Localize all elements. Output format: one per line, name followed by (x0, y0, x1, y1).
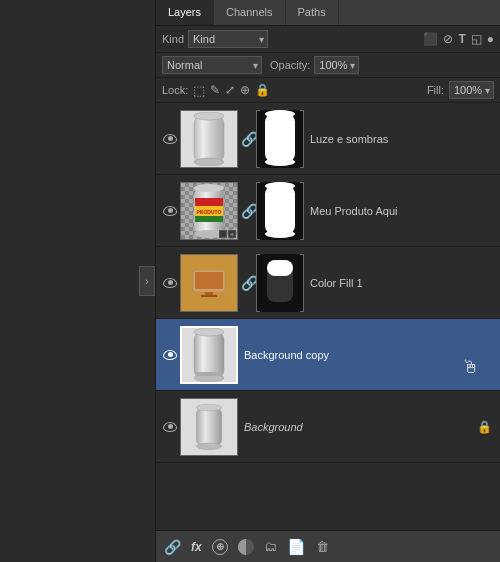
eye-pupil-4 (168, 352, 173, 357)
layer-3-link-icon: 🔗 (241, 275, 253, 291)
layers-list[interactable]: 🔗 Luze e sombras (156, 103, 500, 530)
kind-label: Kind (162, 33, 184, 45)
layer-item-background-copy[interactable]: Background copy 🖱 (156, 319, 500, 391)
svg-point-31 (196, 443, 221, 450)
toolbar-row3: Lock: ⬚ ✎ ⤢ ⊕ 🔒 Fill: (156, 78, 500, 103)
layer-3-mask-svg (260, 254, 300, 312)
layer-5-visibility[interactable] (160, 422, 180, 432)
lock-icons: ⬚ ✎ ⤢ ⊕ 🔒 (193, 83, 270, 98)
blend-select[interactable]: Normal Dissolve Multiply Screen Overlay (162, 56, 262, 74)
tab-channels[interactable]: Channels (214, 0, 285, 25)
toolbar-row1: Kind Kind Name Effect Mode ⬛ ⊘ T ◱ ● (156, 26, 500, 53)
left-sidebar: › (0, 0, 155, 562)
layer-2-mask-svg (260, 182, 300, 240)
cursor-pointer-icon: 🖱 (462, 357, 480, 378)
layer-3-visibility[interactable] (160, 278, 180, 288)
svg-rect-0 (194, 116, 224, 162)
adjustment-layer-icon[interactable] (238, 539, 254, 555)
adjustment-icon[interactable]: ⊘ (443, 32, 453, 46)
opacity-label: Opacity: (270, 59, 310, 71)
svg-text:PRODUTO: PRODUTO (197, 209, 222, 215)
lock-artboard-icon[interactable]: ⊕ (240, 83, 250, 97)
layer-5-thumb-wrap (180, 398, 238, 456)
layer-3-name: Color Fill 1 (304, 277, 496, 289)
shape-icon[interactable]: ◱ (471, 32, 482, 46)
tabs-bar: Layers Channels Paths (156, 0, 500, 26)
layer-2-link-icon: 🔗 (241, 203, 253, 219)
link-layers-icon[interactable]: 🔗 (164, 539, 181, 555)
layer-4-name: Background copy (238, 349, 496, 361)
svg-rect-19 (195, 272, 223, 289)
svg-point-1 (194, 112, 224, 120)
toolbar-icons: ⬛ ⊘ T ◱ ● (423, 32, 494, 46)
delete-layer-icon[interactable]: 🗑 (316, 539, 329, 554)
layer-3-mask (256, 254, 304, 312)
lock-transparent-icon[interactable]: ⬚ (193, 83, 205, 98)
lock-all-icon[interactable]: 🔒 (255, 83, 270, 97)
opacity-wrapper[interactable] (314, 56, 359, 74)
layer-1-mask (256, 110, 304, 168)
opacity-input[interactable] (314, 56, 359, 74)
svg-point-26 (194, 328, 224, 336)
svg-rect-28 (195, 372, 223, 376)
smart-icon[interactable]: ● (487, 32, 494, 46)
layer-item-luze-e-sombras[interactable]: 🔗 Luze e sombras (156, 103, 500, 175)
eye-pupil-5 (168, 424, 173, 429)
layer-3-thumb (180, 254, 238, 312)
layer-item-color-fill[interactable]: 🔗 Color Fill 1 (156, 247, 500, 319)
eye-pupil (168, 136, 173, 141)
tab-paths[interactable]: Paths (286, 0, 339, 25)
svg-rect-20 (205, 292, 213, 295)
layer-2-thumb-wrap: PRODUTO ⬚ ⊕ 🔗 (180, 182, 304, 240)
sidebar-toggle[interactable]: › (139, 266, 155, 296)
pixel-icon[interactable]: ⬛ (423, 32, 438, 46)
eye-pupil-3 (168, 280, 173, 285)
layer-4-visibility[interactable] (160, 350, 180, 360)
tab-layers[interactable]: Layers (156, 0, 214, 25)
layer-5-can-svg (193, 404, 225, 450)
layer-3-monitor-svg (191, 268, 227, 298)
lock-label: Lock: (162, 84, 188, 96)
fill-label: Fill: (427, 84, 444, 96)
layer-1-visibility[interactable] (160, 134, 180, 144)
layer-2-name: Meu Produto Aqui (304, 205, 496, 217)
layer-2-visibility[interactable] (160, 206, 180, 216)
svg-point-2 (194, 158, 224, 166)
lock-image-icon[interactable]: ✎ (210, 83, 220, 97)
svg-point-16 (265, 182, 295, 190)
add-mask-icon[interactable]: ⊕ (212, 539, 228, 555)
bottom-icons-left: 🔗 fx ⊕ 🗂 📄 🗑 (164, 538, 329, 556)
kind-select[interactable]: Kind Name Effect Mode (188, 30, 268, 48)
layer-1-thumb-wrap: 🔗 (180, 110, 304, 168)
layer-4-thumb-wrap (180, 326, 238, 384)
layer-5-thumb (180, 398, 238, 456)
new-layer-icon[interactable]: 📄 (287, 538, 306, 556)
svg-point-6 (265, 158, 295, 166)
eye-pupil-2 (168, 208, 173, 213)
new-group-icon[interactable]: 🗂 (264, 539, 277, 554)
layer-5-name: Background (238, 421, 477, 433)
layer-item-meu-produto[interactable]: PRODUTO ⬚ ⊕ 🔗 (156, 175, 500, 247)
layer-1-thumb (180, 110, 238, 168)
fill-input[interactable] (449, 81, 494, 99)
layer-1-name: Luze e sombras (304, 133, 496, 145)
svg-rect-15 (265, 186, 295, 234)
eye-icon-3[interactable] (163, 278, 177, 288)
layer-5-lock-icon: 🔒 (477, 420, 496, 434)
svg-point-30 (196, 404, 221, 411)
fx-icon[interactable]: fx (191, 540, 202, 554)
svg-rect-9 (195, 198, 223, 206)
svg-rect-25 (194, 332, 224, 378)
layer-1-mask-svg (260, 110, 300, 168)
type-icon[interactable]: T (458, 32, 465, 46)
eye-icon-4[interactable] (163, 350, 177, 360)
thumb-icon-2: ⊕ (228, 230, 236, 238)
eye-icon[interactable] (163, 134, 177, 144)
layer-item-background[interactable]: Background 🔒 (156, 391, 500, 463)
blend-select-wrapper[interactable]: Normal Dissolve Multiply Screen Overlay (162, 56, 262, 74)
kind-select-wrapper[interactable]: Kind Name Effect Mode (188, 30, 268, 48)
eye-icon-2[interactable] (163, 206, 177, 216)
eye-icon-5[interactable] (163, 422, 177, 432)
lock-position-icon[interactable]: ⤢ (225, 83, 235, 97)
fill-wrapper[interactable] (449, 81, 494, 99)
